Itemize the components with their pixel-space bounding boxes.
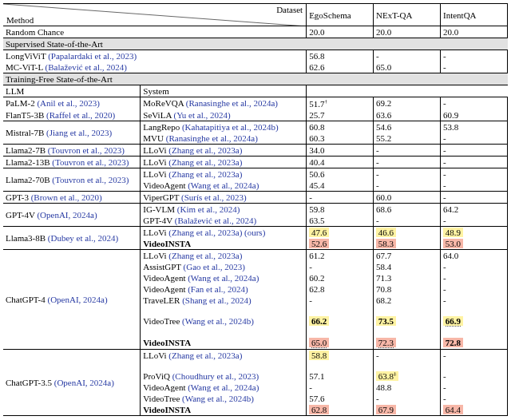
system-cell: VideoAgent (Wang et al., 2024a) [141, 382, 307, 393]
system-cell: VideoTree (Wang et al., 2024b) [141, 393, 307, 404]
supervised-val: 65.0 [374, 61, 441, 73]
system-cell: LLoVi (Zhang et al., 2023a) [141, 349, 307, 361]
llm-cell: Llama2-13B (Touvron et al., 2023) [3, 156, 141, 168]
system-cell: TraveLER (Shang et al., 2024) [141, 295, 307, 306]
system-cell: VideoINSTA [141, 337, 307, 350]
result-val: 54.6 [374, 121, 441, 133]
result-val: 45.4 [307, 180, 374, 192]
result-val: 53.0 [441, 238, 508, 250]
result-val: - [307, 191, 374, 203]
result-val: 46.6 [374, 226, 441, 238]
header-dataset-col: IntentQA [441, 4, 508, 26]
system-cell: AssistGPT (Gao et al., 2023) [141, 261, 307, 272]
result-val: 62.8 [307, 404, 374, 416]
result-val: - [374, 144, 441, 156]
result-val: - [441, 272, 508, 283]
system-cell: LLoVi (Zhang et al., 2023a) [141, 249, 307, 261]
result-val: 60.2 [307, 272, 374, 283]
llm-cell: Llama2-7B (Touvron et al., 2023) [3, 144, 141, 156]
supervised-method: LongViViT (Papalardaki et al., 2023) [3, 50, 307, 62]
system-cell: LLoVi (Zhang et al., 2023a) [141, 144, 307, 156]
result-val: - [441, 215, 508, 227]
result-val: - [374, 349, 441, 361]
result-val: - [441, 382, 508, 393]
result-val: 64.0 [441, 249, 508, 261]
result-val: - [307, 382, 374, 393]
result-val: 66.2 [307, 315, 374, 327]
system-cell: LLoVi (Zhang et al., 2023a) [141, 156, 307, 168]
supervised-val: - [441, 50, 508, 62]
result-val: - [441, 156, 508, 168]
result-val: - [441, 133, 508, 145]
system-cell: VideoINSTA [141, 238, 307, 250]
result-val: - [441, 261, 508, 272]
result-val: 68.2 [374, 295, 441, 306]
supervised-val: 62.6 [307, 61, 374, 73]
llm-cell: FlanT5-3B (Raffel et al., 2020) [3, 109, 141, 121]
result-val: 58.8 [307, 349, 374, 361]
result-val: - [441, 295, 508, 306]
supervised-val: - [374, 50, 441, 62]
system-cell: VideoAgent (Wang et al., 2024a) [141, 272, 307, 283]
result-val: 51.7† [307, 97, 374, 109]
result-val: 57.1 [307, 370, 374, 382]
result-val: 60.3 [307, 133, 374, 145]
section-training-free: Training-Free State-of-the-Art [3, 73, 508, 85]
result-val: 60.0 [374, 191, 441, 203]
system-cell: SeViLA (Yu et al., 2024) [141, 109, 307, 121]
random-chance-val: 20.0 [374, 26, 441, 38]
llm-cell: ChatGPT-3.5 (OpenAI, 2024a) [3, 349, 141, 416]
llm-cell: Llama3-8B (Dubey et al., 2024) [3, 226, 141, 249]
result-val: - [374, 156, 441, 168]
header-diagonal: DatasetMethod [3, 4, 307, 26]
col-header-llm: LLM [3, 85, 141, 97]
result-val: - [441, 370, 508, 382]
system-cell: ProViQ (Choudhury et al., 2023) [141, 370, 307, 382]
header-dataset: Dataset [276, 5, 303, 14]
system-cell: MVU (Ranasinghe et al., 2024a) [141, 133, 307, 145]
result-val: 67.7 [374, 249, 441, 261]
result-val: - [441, 393, 508, 404]
llm-cell: PaLM-2 (Anil et al., 2023) [3, 97, 141, 109]
system-cell: LangRepo (Kahatapitiya et al., 2024b) [141, 121, 307, 133]
result-val: 34.0 [307, 144, 374, 156]
system-cell: IG-VLM (Kim et al., 2024) [141, 203, 307, 215]
result-val: 47.6 [307, 226, 374, 238]
result-val: 62.8 [307, 283, 374, 295]
result-val: 40.4 [307, 156, 374, 168]
result-val: - [441, 191, 508, 203]
llm-cell: Mistral-7B (Jiang et al., 2023) [3, 121, 141, 144]
result-val: 63.8‡ [374, 370, 441, 382]
random-chance-val: 20.0 [307, 26, 374, 38]
section-supervised: Supervised State-of-the-Art [3, 38, 508, 50]
header-method: Method [6, 15, 34, 25]
llm-cell: GPT-3 (Brown et al., 2020) [3, 191, 141, 203]
result-val: 66.9 [441, 315, 508, 327]
result-val: 63.6 [374, 109, 441, 121]
system-cell: MoReVQA (Ranasinghe et al., 2024a) [141, 97, 307, 109]
result-val: 48.8 [374, 382, 441, 393]
col-header-system: System [141, 85, 307, 97]
result-val: 48.9 [441, 226, 508, 238]
system-cell: GPT-4V (Balažević et al., 2024) [141, 215, 307, 227]
system-cell: LLoVi (Zhang et al., 2023a) [141, 168, 307, 180]
result-val: - [441, 144, 508, 156]
result-val: 68.6 [374, 203, 441, 215]
system-cell: VideoAgent (Wang et al., 2024a) [141, 180, 307, 192]
result-val: 59.8 [307, 203, 374, 215]
result-val: 67.9 [374, 404, 441, 416]
result-val: - [441, 349, 508, 361]
result-val: 50.6 [307, 168, 374, 180]
system-cell: LLoVi (Zhang et al., 2023a) (ours) [141, 226, 307, 238]
result-val: 52.6 [307, 238, 374, 250]
system-cell: VideoTree (Wang et al., 2024b) [141, 315, 307, 327]
svg-line-0 [3, 4, 307, 26]
result-val: - [441, 97, 508, 109]
random-chance-val: 20.0 [441, 26, 508, 38]
system-cell: VideoINSTA [141, 404, 307, 416]
result-val: - [307, 261, 374, 272]
result-val: 25.7 [307, 109, 374, 121]
result-val: 72.8 [441, 337, 508, 350]
result-val: 57.6 [307, 393, 374, 404]
result-val: 63.5 [307, 215, 374, 227]
